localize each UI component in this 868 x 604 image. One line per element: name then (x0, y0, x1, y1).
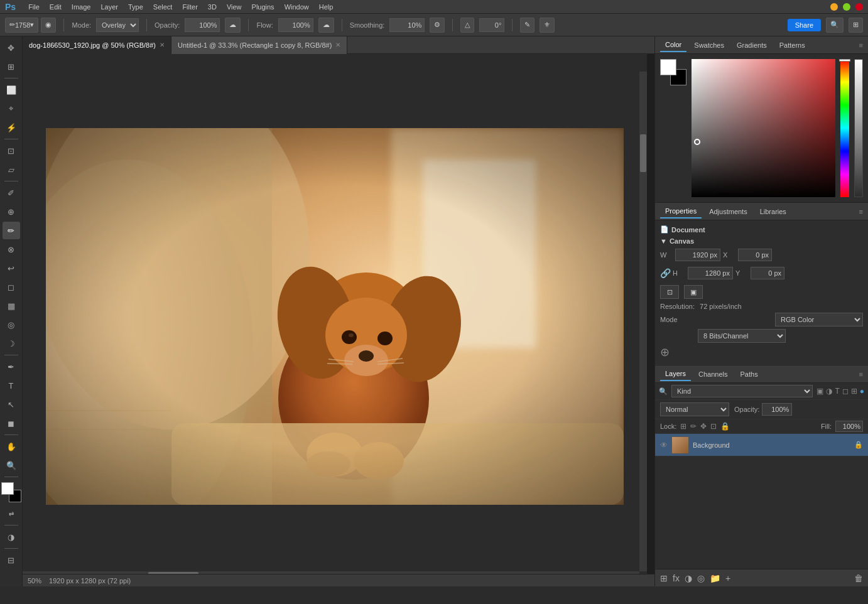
height-input[interactable] (688, 267, 733, 279)
layer-opacity-input[interactable] (762, 403, 792, 416)
minimize-button[interactable] (830, 3, 838, 11)
eraser-tool[interactable]: ◻ (3, 278, 20, 296)
color-panel-options[interactable]: ≡ (859, 41, 863, 49)
menu-file[interactable]: File (28, 3, 40, 11)
gradients-tab[interactable]: Gradients (732, 39, 772, 51)
move-tool[interactable]: ✥ (3, 39, 20, 57)
frame-tool[interactable]: ▱ (3, 161, 20, 178)
lock-pixels-icon[interactable]: ⊞ (680, 422, 686, 431)
filter-type-icon[interactable]: T (835, 387, 839, 396)
layers-panel-options[interactable]: ≡ (859, 370, 863, 378)
tab-untitled[interactable]: Untitled-1 @ 33.3% (Rectangle 1 copy 8, … (171, 36, 347, 54)
shape-tool[interactable]: ◼ (3, 414, 20, 432)
tab-dog-close[interactable]: ✕ (160, 41, 165, 48)
fg-color-chip[interactable] (660, 59, 676, 75)
zoom-tool[interactable]: 🔍 (3, 456, 20, 474)
brush-settings-button[interactable]: ◉ (41, 18, 56, 33)
history-brush-tool[interactable]: ↩ (3, 259, 20, 277)
smoothing-input[interactable] (389, 18, 425, 32)
add-style-icon[interactable]: fx (673, 573, 680, 583)
menu-help[interactable]: Help (319, 3, 334, 11)
layer-visibility-eye[interactable]: 👁 (660, 441, 668, 450)
blur-tool[interactable]: ◎ (3, 316, 20, 333)
patterns-tab[interactable]: Patterns (774, 39, 810, 51)
crop-tool[interactable]: ⊡ (3, 142, 20, 159)
symmetry-button[interactable]: ⚜ (540, 18, 555, 33)
new-layer-icon[interactable]: + (725, 573, 730, 583)
flow-input[interactable] (278, 18, 313, 32)
bits-select[interactable]: 8 Bits/Channel 16 Bits/Channel 32 Bits/C… (698, 329, 786, 343)
menu-image[interactable]: Image (72, 3, 91, 11)
lock-brush-icon[interactable]: ✏ (690, 422, 697, 431)
delete-layer-icon[interactable]: 🗑 (854, 573, 863, 583)
search-button[interactable]: 🔍 (826, 18, 844, 33)
menu-select[interactable]: Select (153, 3, 173, 11)
workspace-button[interactable]: ⊞ (849, 18, 863, 33)
chain-icon[interactable]: 🔗 (660, 264, 670, 283)
layers-tab[interactable]: Layers (660, 367, 691, 381)
artboard-tool[interactable]: ⊞ (3, 58, 20, 75)
adjustments-tab[interactable]: Adjustments (704, 205, 752, 218)
vertical-scrollbar[interactable] (639, 72, 647, 571)
canvas-section-title[interactable]: ▼ Canvas (660, 237, 863, 245)
new-group-icon[interactable]: 📁 (710, 573, 720, 583)
swap-colors-button[interactable]: ⇄ (3, 505, 20, 522)
filter-adjustment-icon[interactable]: ◑ (826, 387, 832, 396)
mode-select[interactable]: Overlay Normal Multiply Screen (96, 18, 139, 32)
smoothing-options-button[interactable]: ⚙ (430, 18, 445, 33)
share-button[interactable]: Share (788, 19, 821, 31)
vertical-scrollbar-thumb[interactable] (640, 134, 646, 172)
layer-item-background[interactable]: 👁 Background 🔒 (655, 434, 868, 456)
path-select-tool[interactable]: ↖ (3, 396, 20, 413)
properties-tab[interactable]: Properties (660, 205, 702, 218)
gradient-tool[interactable]: ▦ (3, 297, 20, 315)
fit-canvas-button[interactable]: ⊡ (660, 285, 679, 299)
menu-type[interactable]: Type (128, 3, 143, 11)
new-adjustment-icon[interactable]: ◎ (697, 573, 705, 583)
layer-kind-select[interactable]: Kind (671, 385, 813, 397)
lasso-tool[interactable]: ⌖ (3, 100, 20, 117)
menu-3d[interactable]: 3D (208, 3, 217, 11)
canvas-scroll[interactable] (23, 54, 647, 579)
tab-untitled-close[interactable]: ✕ (335, 41, 340, 48)
opacity-input[interactable] (185, 18, 220, 32)
foreground-color-swatch[interactable] (1, 482, 14, 495)
alpha-bar[interactable] (854, 59, 863, 197)
maximize-button[interactable] (843, 3, 850, 11)
opacity-toggle[interactable]: ☁ (225, 18, 241, 33)
libraries-tab[interactable]: Libraries (755, 205, 791, 218)
spot-heal-tool[interactable]: ⊕ (3, 203, 20, 220)
tab-dog-image[interactable]: dog-1866530_1920.jpg @ 50% (RGB/8#) ✕ (23, 36, 171, 54)
lock-all-icon[interactable]: 🔒 (720, 422, 730, 431)
filter-smart-icon[interactable]: ⊞ (851, 387, 857, 396)
document-title[interactable]: 📄 Document (660, 225, 863, 234)
pen-tool[interactable]: ✒ (3, 358, 20, 375)
x-input[interactable] (738, 249, 772, 261)
color-mode-select[interactable]: RGB Color CMYK Grayscale (775, 313, 863, 326)
menu-edit[interactable]: Edit (50, 3, 62, 11)
menu-plugins[interactable]: Plugins (252, 3, 274, 11)
menu-filter[interactable]: Filter (182, 3, 197, 11)
rect-select-tool[interactable]: ⬜ (3, 81, 20, 99)
clone-stamp-tool[interactable]: ⊗ (3, 240, 20, 258)
lock-position-icon[interactable]: ✥ (700, 422, 707, 431)
properties-panel-options[interactable]: ≡ (859, 208, 863, 215)
channels-tab[interactable]: Channels (693, 368, 732, 380)
lock-artboard-icon[interactable]: ⊡ (710, 422, 717, 431)
filter-shape-icon[interactable]: ◻ (842, 387, 849, 396)
filter-toggle[interactable]: ● (860, 387, 864, 396)
brush-preset-button[interactable]: ✏ 1758 ▾ (5, 18, 38, 33)
screen-mode-button[interactable]: ⊟ (3, 551, 20, 569)
fill-input[interactable] (835, 421, 863, 432)
paths-tab[interactable]: Paths (735, 368, 763, 380)
airbrush-button[interactable]: ☁ (318, 18, 334, 33)
width-input[interactable] (675, 249, 720, 261)
color-gradient-picker[interactable] (692, 59, 835, 197)
fit-layers-button[interactable]: ▣ (684, 285, 703, 299)
menu-window[interactable]: Window (285, 3, 309, 11)
filter-pixel-icon[interactable]: ▣ (816, 387, 823, 396)
eyedropper-tool[interactable]: ✐ (3, 184, 20, 202)
quick-select-tool[interactable]: ⚡ (3, 119, 20, 136)
hand-tool[interactable]: ✋ (3, 438, 20, 455)
link-layers-icon[interactable]: ⊞ (660, 573, 668, 583)
